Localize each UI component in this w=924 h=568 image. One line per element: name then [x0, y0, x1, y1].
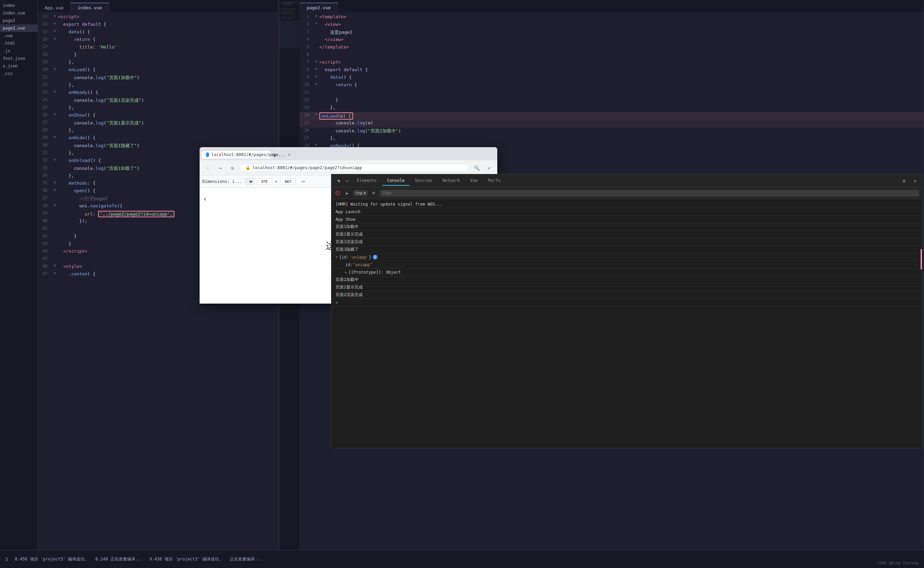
console-filter-input[interactable] [380, 190, 919, 197]
dimension-select[interactable] [245, 178, 254, 185]
sidebar-item-index-vue[interactable]: index.vue [0, 9, 38, 17]
chevron-down-icon: ▼ [364, 192, 365, 195]
sidebar-item-css[interactable]: .css [0, 70, 38, 77]
console-line-prototype[interactable]: ▶ [[Prototype]]: Object [332, 269, 922, 276]
console-line-app-launch: App Launch [332, 208, 922, 216]
tab-page2-vue[interactable]: page2.vue [299, 3, 338, 12]
code-line-17: 17 title: 'Hello' [38, 44, 279, 51]
devtools-tab-perfo[interactable]: Perfo [483, 176, 505, 186]
console-line-hmr: [HMR] Waiting for update signal from WDS… [332, 201, 922, 208]
devtools-tab-bar: ◥ ▭ Elements Console Sources Network Vue… [332, 174, 922, 187]
r-code-line-10: 10 ▼ return { [299, 82, 924, 89]
sub-id-key: id [345, 262, 350, 267]
browser-tab-bar: 🌐 localhost:8081/#/pages/page... × + [200, 147, 497, 160]
sidebar-item-js[interactable]: .js [0, 47, 38, 55]
r-code-line-8: 8 ▼ export default { [299, 67, 924, 74]
sidebar-item-vue[interactable]: .vue [0, 32, 38, 39]
obj-id-key: id [341, 255, 346, 260]
r-code-line-6: 6 [299, 51, 924, 59]
browser-search-btn[interactable]: 🔍 [472, 163, 482, 172]
browser-address-bar[interactable]: 🔒 localhost:8081/#/pages/page2/page2?id=… [240, 164, 469, 172]
r-code-line-4: 4 </view> [299, 36, 924, 44]
browser-nav-bar: ← → ↻ 🔒 localhost:8081/#/pages/page2/pag… [200, 160, 497, 175]
devtools-settings-icon[interactable]: ⚙ [900, 177, 908, 185]
status-compile-1: 8.456 项目 'project3' 编译成功。 [15, 556, 88, 562]
console-clear-btn[interactable]: 🚫 [334, 190, 341, 197]
devtools-tab-network[interactable]: Network [438, 176, 465, 186]
devtools-tab-vue[interactable]: Vue [466, 176, 483, 186]
browser-favicon: 🌐 [206, 152, 209, 157]
browser-refresh-btn[interactable]: ↻ [228, 163, 238, 172]
devtools-tab-sources[interactable]: Sources [410, 176, 437, 186]
devtools-device-icon[interactable]: ▭ [343, 177, 351, 185]
console-toggle-btn[interactable]: ▶ [344, 190, 351, 197]
svg-rect-7 [281, 12, 295, 12]
console-line-app-show: App Show [332, 216, 922, 223]
sidebar-item-html[interactable]: .html [0, 39, 38, 47]
svg-rect-5 [281, 9, 296, 9]
console-line-page2-render: 页面2渲染完成 [332, 291, 922, 299]
context-label: top [356, 191, 362, 195]
code-line-27: 27 console.log("页面1显示完成") [38, 120, 279, 127]
code-line-13: 13 ▼ <script> [38, 14, 279, 21]
sidebar-item-sjson[interactable]: s.json [0, 62, 38, 70]
height-input[interactable] [280, 178, 295, 184]
console-line-obj[interactable]: ▼ { id : 'uniapp' } ℹ [332, 254, 922, 261]
status-compile-2: 9.430 项目 'project3' 编译成功。 [149, 556, 223, 562]
console-output[interactable]: [HMR] Waiting for update signal from WDS… [332, 199, 922, 448]
console-eye-icon[interactable]: 👁 [370, 190, 377, 197]
code-line-29: 29 ▼ onHide() { [38, 135, 279, 142]
r-code-line-15: 15 console.log(e) [299, 120, 924, 128]
svg-rect-4 [283, 5, 291, 5]
obj-brace-close: } [369, 255, 371, 260]
context-select[interactable]: top ▼ [353, 190, 368, 196]
sub-id-val: "uniapp" [353, 262, 373, 267]
console-line-page1-render: 页面1渲染完成 [332, 238, 922, 246]
console-line-page1-show: 页面1显示完成 [332, 231, 922, 238]
r-code-line-12: 12 } [299, 97, 924, 104]
devtools-tab-elements[interactable]: Elements [352, 176, 382, 186]
tab-bar-left: App.vue index.vue [38, 0, 279, 12]
browser-tab-close-btn[interactable]: × [288, 152, 291, 157]
info-badge: ℹ [373, 255, 377, 260]
sidebar-item-festjson[interactable]: fest.json [0, 55, 38, 62]
devtools-tab-console[interactable]: Console [382, 176, 409, 186]
r-code-line-3: 3 这是page2 [299, 29, 924, 36]
scroll-indicator [921, 249, 922, 270]
tab-app-vue[interactable]: App.vue [38, 3, 71, 12]
devtools-close-icon[interactable]: ✕ [911, 177, 919, 185]
width-input[interactable] [257, 178, 272, 184]
status-diff-compile: 8.249 正在差量编译... [95, 556, 142, 562]
r-code-line-1: 1 ▼ <template> [299, 14, 924, 21]
page-back-btn[interactable]: ‹ [203, 195, 207, 203]
console-prompt-line[interactable]: > [332, 299, 922, 306]
brand-watermark: CSDN @Ding Jialong [877, 561, 918, 565]
tab-bar-right: page2.vue [299, 0, 924, 12]
browser-new-tab-btn[interactable]: + [271, 151, 279, 159]
code-line-24: 24 console.log("页面1渲染完成") [38, 97, 279, 104]
console-line-page1-load: 页面1加载中 [332, 223, 922, 231]
sub-colon: : [350, 262, 352, 267]
browser-forward-btn[interactable]: → [215, 163, 225, 172]
browser-active-tab[interactable]: 🌐 localhost:8081/#/pages/page... × [201, 151, 271, 159]
sidebar-item-page2[interactable]: page2 [0, 17, 38, 24]
obj-id-val: 'uniapp' [349, 255, 369, 260]
expand-arrow-icon: ▼ [336, 255, 338, 259]
svg-rect-2 [281, 3, 295, 3]
console-line-page2-show: 页面2显示完成 [332, 284, 922, 291]
more-options-btn[interactable]: ⋯ [298, 177, 308, 186]
devtools-inspect-icon[interactable]: ◥ [334, 177, 342, 185]
r-code-line-9: 9 ▼ data() { [299, 74, 924, 82]
file-tree: index index.vue page2 page2.vue .vue .ht… [0, 0, 38, 550]
console-line-page1-hide: 页面1隐藏了 [332, 246, 922, 254]
browser-share-btn[interactable]: ↗ [484, 163, 494, 172]
browser-back-btn[interactable]: ← [203, 163, 213, 172]
svg-rect-10 [281, 19, 292, 19]
sidebar-item-page2-vue[interactable]: page2.vue [0, 24, 38, 32]
sidebar-item-index[interactable]: index [0, 2, 38, 9]
devtools-panel: ◥ ▭ Elements Console Sources Network Vue… [331, 174, 922, 448]
console-line-page2-load: 页面2加载中 [332, 276, 922, 284]
expand-proto-icon: ▶ [345, 270, 347, 274]
status-compiling: 正在差量编译... [230, 556, 262, 562]
tab-index-vue[interactable]: index.vue [71, 3, 109, 12]
